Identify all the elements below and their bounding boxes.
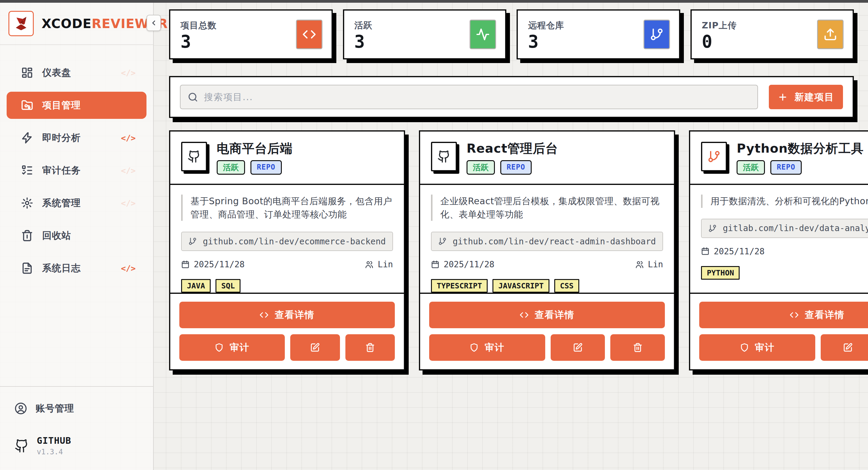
secondary-actions: 审计	[699, 334, 868, 361]
sidebar-item-label: 审计任务	[42, 164, 81, 177]
list-checks-icon	[21, 165, 33, 176]
language-tag: TYPESCRIPT	[431, 279, 488, 293]
tag-row: TYPESCRIPT JAVASCRIPT CSS	[431, 279, 663, 293]
sidebar-item-system-admin[interactable]: 系统管理 </>	[7, 189, 147, 216]
delete-button[interactable]	[610, 334, 665, 361]
project-card-python-toolkit: Python数据分析工具 活跃 REPO 用于数据清洗、分析和可视化的Pytho…	[689, 130, 868, 371]
edit-button[interactable]	[290, 334, 340, 361]
repo-url: gitlab.com/lin-dev/data-analysis-toolkit	[723, 223, 868, 233]
sidebar-item-dashboard[interactable]: 仪表盘 </>	[7, 59, 147, 86]
sidebar-item-label: 系统日志	[42, 262, 81, 274]
type-badge: REPO	[500, 160, 532, 175]
owner-meta: Lin	[635, 259, 663, 269]
integration-info: GITHUB v1.3.4	[14, 435, 147, 456]
repo-source-box	[701, 142, 727, 171]
shield-icon	[470, 343, 478, 352]
edit-button[interactable]	[551, 334, 605, 361]
project-description: 基于Spring Boot的电商平台后端服务，包含用户管理、商品管理、订单处理等…	[181, 195, 393, 221]
view-details-label: 查看详情	[535, 309, 575, 321]
repo-source-box	[431, 142, 457, 171]
language-tag: JAVA	[181, 279, 211, 293]
delete-button[interactable]	[345, 334, 395, 361]
view-details-button[interactable]: 查看详情	[429, 302, 665, 328]
project-header: React管理后台 活跃 REPO	[420, 131, 674, 185]
sidebar-item-instant-analysis[interactable]: 即时分析 </>	[7, 124, 147, 151]
code-marker: </>	[121, 166, 135, 175]
sidebar-item-account[interactable]: 账号管理	[7, 395, 147, 422]
edit-icon	[573, 343, 583, 352]
audit-button[interactable]: 审计	[179, 334, 285, 361]
calendar-icon	[431, 260, 439, 269]
sidebar-item-projects[interactable]: 项目管理	[7, 92, 147, 119]
stat-card-active: 活跃 3	[343, 9, 507, 59]
project-date: 2025/11/28	[714, 246, 765, 257]
date-meta: 2025/11/28	[431, 259, 495, 269]
code-icon	[789, 311, 799, 320]
repo-url-box: github.com/lin-dev/ecommerce-backend	[181, 232, 393, 251]
date-meta: 2025/11/28	[701, 246, 765, 257]
view-details-button[interactable]: 查看详情	[179, 302, 395, 328]
audit-button[interactable]: 审计	[699, 334, 815, 361]
sidebar-item-system-logs[interactable]: 系统日志 </>	[7, 255, 147, 282]
audit-label: 审计	[755, 341, 775, 354]
search-field-wrap	[180, 85, 758, 109]
folder-git-icon	[21, 99, 33, 111]
calendar-icon	[701, 247, 710, 256]
project-actions: 查看详情 审计	[170, 293, 404, 369]
type-badge: REPO	[770, 160, 802, 175]
project-description: 用于数据清洗、分析和可视化的Python工具集	[701, 195, 868, 208]
project-actions: 查看详情 审计	[690, 293, 868, 369]
git-branch-icon	[644, 20, 670, 49]
view-details-label: 查看详情	[805, 309, 844, 321]
code-marker: </>	[121, 264, 135, 273]
project-body: 企业级React管理后台模板，集成权限管理、数据可视化、表单处理等功能 gith…	[420, 185, 674, 293]
edit-icon	[310, 343, 320, 352]
sidebar-collapse-button[interactable]	[147, 15, 161, 31]
project-grid: 电商平台后端 活跃 REPO 基于Spring Boot的电商平台后端服务，包含…	[169, 130, 854, 371]
project-meta: 2025/11/28 Lin	[431, 259, 663, 269]
project-meta: 2025/11/28 Lin	[701, 246, 868, 257]
dashboard-icon	[21, 67, 33, 79]
chevron-left-icon	[150, 19, 158, 27]
sidebar-item-recycle-bin[interactable]: 回收站	[7, 222, 147, 249]
github-icon	[14, 439, 29, 453]
shield-icon	[215, 343, 224, 352]
git-branch-icon	[707, 150, 721, 163]
badge-row: 活跃 REPO	[217, 160, 293, 175]
date-meta: 2025/11/28	[181, 259, 245, 269]
repo-url-box: github.com/lin-dev/react-admin-dashboard	[431, 232, 663, 251]
audit-label: 审计	[485, 341, 504, 354]
phoenix-logo-icon	[13, 15, 30, 32]
audit-button[interactable]: 审计	[429, 334, 545, 361]
account-label: 账号管理	[36, 402, 74, 415]
project-heading: React管理后台 活跃 REPO	[467, 142, 558, 175]
edit-button[interactable]	[821, 334, 868, 361]
project-title: 电商平台后端	[217, 142, 293, 155]
sidebar-item-audit-tasks[interactable]: 审计任务 </>	[7, 157, 147, 184]
status-badge: 活跃	[217, 160, 245, 175]
new-project-label: 新建项目	[795, 91, 834, 104]
code-icon	[520, 311, 529, 320]
project-heading: Python数据分析工具 活跃 REPO	[737, 142, 864, 175]
code-icon	[296, 20, 322, 49]
project-header: Python数据分析工具 活跃 REPO	[690, 131, 868, 185]
window-top-strip	[0, 0, 868, 3]
sidebar-footer: 账号管理 GITHUB v1.3.4	[0, 386, 153, 456]
view-details-button[interactable]: 查看详情	[699, 302, 868, 328]
user-circle-icon	[14, 402, 27, 415]
integration-version: v1.3.4	[37, 448, 71, 456]
project-title: Python数据分析工具	[737, 142, 864, 155]
search-icon	[188, 92, 198, 102]
search-input[interactable]	[180, 85, 758, 109]
project-card-react-admin: React管理后台 活跃 REPO 企业级React管理后台模板，集成权限管理、…	[419, 130, 675, 371]
sidebar-item-label: 项目管理	[42, 99, 81, 112]
repo-url: github.com/lin-dev/react-admin-dashboard	[453, 236, 656, 246]
trash-icon	[365, 343, 375, 352]
project-title: React管理后台	[467, 142, 558, 155]
new-project-button[interactable]: 新建项目	[769, 85, 843, 109]
activity-icon	[470, 20, 496, 49]
project-meta: 2025/11/28 Lin	[181, 259, 393, 269]
repo-url-box: gitlab.com/lin-dev/data-analysis-toolkit	[701, 219, 868, 238]
git-branch-icon	[438, 237, 447, 245]
secondary-actions: 审计	[179, 334, 395, 361]
